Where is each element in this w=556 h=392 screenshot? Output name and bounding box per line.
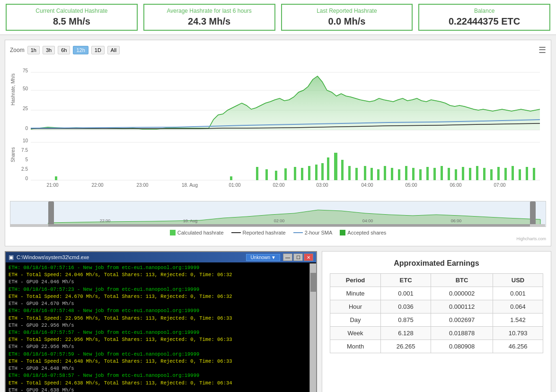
chart-container: Zoom 1h 3h 6h 12h 1D All ☰ 75 50 25 0 Ha… <box>5 40 551 246</box>
cmd-icon: ▣ <box>9 254 14 261</box>
stat-current-hashrate-value: 8.5 Mh/s <box>11 16 132 27</box>
svg-rect-27 <box>315 165 318 180</box>
svg-rect-19 <box>230 176 232 180</box>
chart-toolbar: Zoom 1h 3h 6h 12h 1D All ☰ <box>10 45 546 55</box>
earnings-row: Minute0.0010.0000020.001 <box>330 287 543 300</box>
svg-rect-32 <box>348 166 351 180</box>
svg-rect-31 <box>341 160 344 180</box>
stat-average-hashrate-value: 24.3 Mh/s <box>149 16 270 27</box>
chart-legend: Calculated hashrate Reported hashrate 2-… <box>10 230 546 235</box>
zoom-12h[interactable]: 12h <box>73 46 88 54</box>
minimize-button[interactable]: — <box>283 253 292 261</box>
cmd-line: ETH - Total Speed: 24.670 Mh/s, Total Sh… <box>9 293 313 300</box>
earnings-cell-btc: 0.000002 <box>431 287 493 300</box>
svg-rect-57 <box>526 167 528 180</box>
earnings-cell-usd: 46.256 <box>493 340 543 353</box>
earnings-cell-period: Day <box>330 314 381 327</box>
earnings-cell-usd: 0.064 <box>493 300 543 314</box>
svg-rect-40 <box>405 166 407 180</box>
svg-rect-24 <box>294 167 296 180</box>
svg-rect-41 <box>412 168 415 180</box>
earnings-cell-etc: 0.875 <box>381 314 431 327</box>
earnings-cell-usd: 0.001 <box>493 287 543 300</box>
earnings-title: Approximated Earnings <box>330 259 543 268</box>
earnings-cell-period: Hour <box>330 300 381 314</box>
cmd-controls: — ☐ ✕ <box>283 253 313 261</box>
svg-rect-51 <box>483 168 485 180</box>
svg-rect-30 <box>334 153 337 180</box>
earnings-cell-etc: 26.265 <box>381 340 431 353</box>
legend-reported-label: Reported hashrate <box>243 230 286 235</box>
earnings-cell-btc: 0.018878 <box>431 327 493 340</box>
svg-text:02:00: 02:00 <box>274 218 285 223</box>
svg-rect-58 <box>533 168 535 180</box>
hamburger-icon[interactable]: ☰ <box>538 45 546 55</box>
svg-rect-29 <box>327 157 329 180</box>
svg-text:75: 75 <box>23 68 28 73</box>
stat-last-reported-title: Last Reported Hashrate <box>287 8 407 14</box>
cmd-line: ETH - GPU0 24.648 Mh/s <box>9 365 313 372</box>
svg-text:25: 25 <box>23 106 28 111</box>
close-button[interactable]: ✕ <box>304 253 313 261</box>
stat-balance-title: Balance <box>424 8 545 14</box>
svg-text:06:00: 06:00 <box>450 183 461 188</box>
cmd-scrollbar[interactable] <box>309 263 316 392</box>
svg-text:22:00: 22:00 <box>91 183 103 188</box>
svg-rect-37 <box>384 166 386 180</box>
svg-rect-42 <box>419 169 422 180</box>
cmd-line: ETH - GPU0 22.956 Mh/s <box>9 343 313 350</box>
cmd-line: ETH: 08/18/16-07:57:23 - New job from et… <box>9 286 313 293</box>
earnings-cell-etc: 0.001 <box>381 287 431 300</box>
cmd-line: ETH - GPU0 24.638 Mh/s <box>9 387 313 392</box>
svg-text:01:00: 01:00 <box>229 183 240 188</box>
zoom-all[interactable]: All <box>107 46 120 54</box>
svg-rect-48 <box>462 167 464 180</box>
zoom-6h[interactable]: 6h <box>58 46 70 54</box>
svg-rect-36 <box>377 169 379 180</box>
maximize-button[interactable]: ☐ <box>293 253 303 261</box>
earnings-cell-etc: 0.036 <box>381 300 431 314</box>
stat-balance-value: 0.22444375 ETC <box>424 16 545 27</box>
svg-text:50: 50 <box>23 86 28 91</box>
zoom-3h[interactable]: 3h <box>43 46 55 54</box>
zoom-1d[interactable]: 1D <box>91 46 105 54</box>
svg-text:02:00: 02:00 <box>273 183 284 188</box>
legend-accepted-label: Accepted shares <box>347 230 386 235</box>
cmd-line: ETH - GPU0 22.956 Mh/s <box>9 322 313 329</box>
earnings-cell-period: Month <box>330 340 381 353</box>
svg-rect-34 <box>364 166 366 180</box>
svg-rect-52 <box>490 169 493 180</box>
col-btc: BTC <box>431 274 493 287</box>
earnings-container: Approximated Earnings Period ETC BTC USD… <box>322 251 551 392</box>
svg-rect-53 <box>497 167 500 180</box>
svg-text:04:00: 04:00 <box>361 183 373 188</box>
earnings-cell-btc: 0.080908 <box>431 340 493 353</box>
stat-balance: Balance 0.22444375 ETC <box>418 4 550 31</box>
navigator[interactable]: 22:00 18. Aug 02:00 04:00 06:00 <box>10 201 546 227</box>
legend-reported-line <box>231 232 241 233</box>
cmd-line: ETH - Total Speed: 22.956 Mh/s, Total Sh… <box>9 315 313 322</box>
svg-text:22:00: 22:00 <box>100 218 111 223</box>
cmd-line: ETH: 08/18/16-07:58:57 - New job from et… <box>9 372 313 379</box>
zoom-1h[interactable]: 1h <box>27 46 40 54</box>
stat-current-hashrate-title: Current Calculated Hashrate <box>11 8 132 14</box>
svg-text:03:00: 03:00 <box>316 183 328 188</box>
cmd-window: ▣ C:\Windows\system32\cmd.exe Unknown ▼ … <box>5 251 317 392</box>
svg-text:2.5: 2.5 <box>21 166 28 172</box>
unknown-button[interactable]: Unknown ▼ <box>246 254 280 261</box>
earnings-row: Day0.8750.0026971.542 <box>330 314 543 327</box>
col-usd: USD <box>493 274 543 287</box>
svg-rect-45 <box>441 166 443 180</box>
cmd-line: ETH - Total Speed: 24.638 Mh/s, Total Sh… <box>9 380 313 387</box>
cmd-scrollbar-thumb[interactable] <box>310 273 316 292</box>
earnings-row: Month26.2650.08090846.256 <box>330 340 543 353</box>
svg-rect-72 <box>530 201 536 227</box>
svg-rect-46 <box>448 168 450 180</box>
legend-sma-line <box>293 232 303 233</box>
earnings-cell-period: Week <box>330 327 381 340</box>
chart-svg-wrapper: 75 50 25 0 Hashrate, Mh/s 10 7.5 5 2.5 0… <box>10 58 546 200</box>
svg-text:07:00: 07:00 <box>494 183 505 188</box>
chevron-down-icon: ▼ <box>271 255 276 260</box>
earnings-table: Period ETC BTC USD Minute0.0010.0000020.… <box>330 273 543 353</box>
svg-rect-56 <box>519 169 521 180</box>
